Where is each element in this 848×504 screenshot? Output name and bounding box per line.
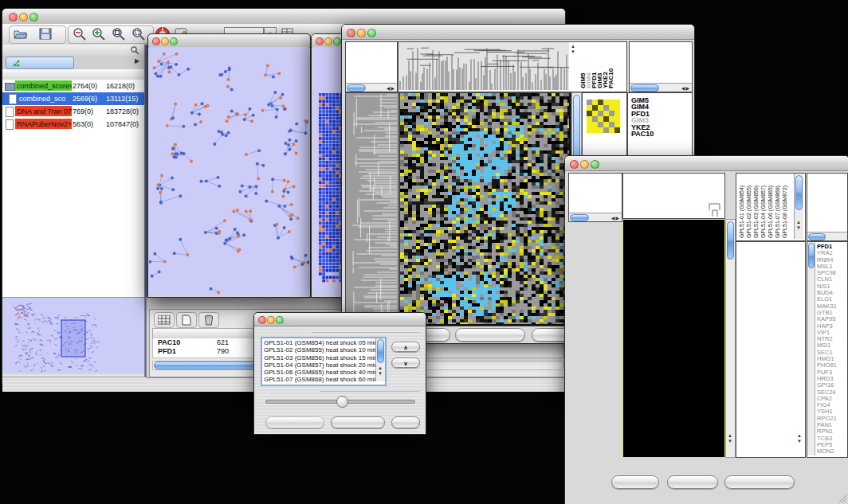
- tab-overflow-arrow[interactable]: ▶: [135, 57, 139, 64]
- tv1-export-graphics-button[interactable]: [455, 328, 525, 342]
- tv2-column-tree-panel[interactable]: [622, 173, 725, 219]
- network-table-row[interactable]: RNAPuberNov2+563(0)107847(0): [2, 118, 144, 131]
- matrix-cell[interactable]: [587, 122, 592, 127]
- matrix-cell[interactable]: [603, 111, 609, 116]
- tv2-status-scrollbar[interactable]: ◀▶: [569, 213, 622, 221]
- net2-close-button[interactable]: [316, 37, 324, 45]
- dialog-zoom-button[interactable]: [276, 316, 284, 324]
- net1-close-button[interactable]: [152, 37, 160, 45]
- move-attribute-down-button[interactable]: ∨: [391, 357, 420, 368]
- matrix-cell[interactable]: [609, 111, 614, 116]
- matrix-cell[interactable]: [592, 105, 598, 111]
- matrix-cell[interactable]: [614, 116, 620, 122]
- matrix-cell[interactable]: [592, 111, 598, 116]
- matrix-cell[interactable]: [614, 127, 620, 133]
- matrix-cell[interactable]: [603, 122, 609, 127]
- move-attribute-up-button[interactable]: ∧: [391, 342, 420, 352]
- main-titlebar[interactable]: [2, 9, 565, 25]
- tv1-heatmap-panel[interactable]: [399, 92, 571, 326]
- matrix-cell[interactable]: [598, 100, 603, 105]
- network-overview-panel[interactable]: [2, 297, 144, 374]
- dialog-minimize-button[interactable]: [267, 316, 275, 324]
- tv2-heatmap-panel[interactable]: [622, 219, 725, 458]
- matrix-cell[interactable]: [614, 111, 620, 116]
- matrix-cell[interactable]: [603, 100, 609, 105]
- matrix-cell[interactable]: [598, 122, 603, 127]
- matrix-cell[interactable]: [614, 122, 620, 127]
- zoom-in-icon[interactable]: [92, 27, 106, 41]
- matrix-cell[interactable]: [587, 111, 592, 116]
- matrix-cell[interactable]: [609, 105, 614, 111]
- tv1-titlebar[interactable]: [342, 25, 694, 40]
- tv2-collabel-vscrollbar[interactable]: ▲▼: [794, 174, 803, 239]
- attribute-list[interactable]: GPL51-01 (GSM854) heat shock 05 minGPL51…: [261, 337, 387, 386]
- tv1-zoom-button[interactable]: [367, 29, 376, 37]
- tv2-titlebar[interactable]: [565, 156, 848, 171]
- tv1-column-tree-panel[interactable]: ▲▼ GIM5GIM4PFD1GIM3YKE2PAC10: [398, 41, 627, 92]
- attribute-list-vscrollbar[interactable]: ▲▼: [375, 338, 385, 381]
- tv1-row-tree-panel[interactable]: [345, 92, 399, 326]
- zoom-selected-icon[interactable]: [132, 27, 146, 41]
- attribute-list-item[interactable]: GPL51-03 (GSM856) heat shock 15 min: [264, 354, 375, 361]
- matrix-cell[interactable]: [598, 116, 603, 122]
- tv2-settings-button[interactable]: [611, 475, 659, 489]
- tv2-close-button[interactable]: [570, 160, 579, 169]
- matrix-cell[interactable]: [609, 122, 614, 127]
- tv2-minimize-button[interactable]: [580, 160, 589, 169]
- zoom-out-icon[interactable]: [73, 27, 87, 41]
- net2-minimize-button[interactable]: [324, 37, 332, 45]
- network-canvas-2[interactable]: [319, 93, 343, 284]
- matrix-cell[interactable]: [587, 105, 592, 111]
- matrix-cell[interactable]: [603, 105, 609, 111]
- matrix-cell[interactable]: [587, 100, 592, 105]
- tv2-zoom-button[interactable]: [591, 160, 599, 169]
- attribute-list-item[interactable]: GPL51-02 (GSM855) heat shock 10 min: [264, 346, 375, 354]
- create-vizmap-button[interactable]: [331, 416, 385, 428]
- matrix-cell[interactable]: [598, 105, 603, 111]
- tv1-column-dendrogram[interactable]: [398, 42, 569, 90]
- net1-canvas-panel[interactable]: [149, 47, 309, 296]
- new-attribute-button[interactable]: [176, 312, 197, 328]
- matrix-cell[interactable]: [587, 127, 592, 133]
- tv2-gene-vscrollbar[interactable]: [807, 242, 815, 455]
- network-canvas-1[interactable]: [149, 47, 309, 295]
- matrix-cell[interactable]: [587, 116, 592, 122]
- attribute-select-button[interactable]: [154, 312, 175, 328]
- network-table-row[interactable]: DNA and Tran 07769(0)183728(0): [2, 105, 144, 118]
- tv2-heatmap-vscrollbar[interactable]: ▲▼: [725, 219, 736, 458]
- net2-zoom-button[interactable]: [333, 37, 341, 45]
- tv2-export-graphics-button[interactable]: [724, 475, 795, 489]
- tv1-status-scrollbar[interactable]: ◀▶: [346, 83, 397, 92]
- matrix-cell[interactable]: [592, 100, 598, 105]
- close-button[interactable]: [9, 13, 18, 21]
- matrix-cell[interactable]: [598, 127, 603, 133]
- matrix-cell[interactable]: [609, 100, 614, 105]
- dialog-titlebar[interactable]: [254, 313, 426, 326]
- slider-thumb[interactable]: [336, 396, 348, 408]
- zoom-fit-icon[interactable]: [112, 27, 126, 41]
- save-session-icon[interactable]: [39, 28, 52, 40]
- matrix-cell[interactable]: [598, 111, 603, 116]
- animation-speed-slider[interactable]: [265, 400, 415, 404]
- attribute-list-item[interactable]: GPL51-04 (GSM857) heat shock 20 min: [264, 361, 375, 369]
- tab-vizmapper[interactable]: [76, 57, 133, 68]
- matrix-cell[interactable]: [592, 127, 598, 133]
- tv1-usage-scrollbar[interactable]: ◀▶: [630, 83, 692, 92]
- matrix-cell[interactable]: [614, 100, 620, 105]
- matrix-cell[interactable]: [609, 116, 614, 122]
- matrix-cell[interactable]: [592, 122, 598, 127]
- matrix-cell[interactable]: [609, 127, 614, 133]
- tv1-heatmap-canvas[interactable]: [400, 93, 571, 324]
- tv1-close-button[interactable]: [347, 29, 355, 37]
- network-table-row[interactable]: combined_sco2569(6)13112(15): [2, 92, 144, 105]
- animate-vizmap-button[interactable]: [265, 416, 324, 428]
- tv1-minimize-button[interactable]: [357, 29, 366, 37]
- attribute-list-item[interactable]: GPL51-01 (GSM854) heat shock 05 min: [264, 339, 375, 346]
- matrix-cell[interactable]: [603, 116, 609, 122]
- net1-titlebar[interactable]: [148, 34, 310, 48]
- resize-grip[interactable]: [838, 494, 847, 503]
- attribute-list-item[interactable]: GPL51-07 (GSM868) heat shock 60 min: [264, 376, 375, 383]
- tab-network[interactable]: [6, 57, 74, 69]
- zoom-window-button[interactable]: [29, 13, 38, 21]
- net1-minimize-button[interactable]: [161, 37, 169, 45]
